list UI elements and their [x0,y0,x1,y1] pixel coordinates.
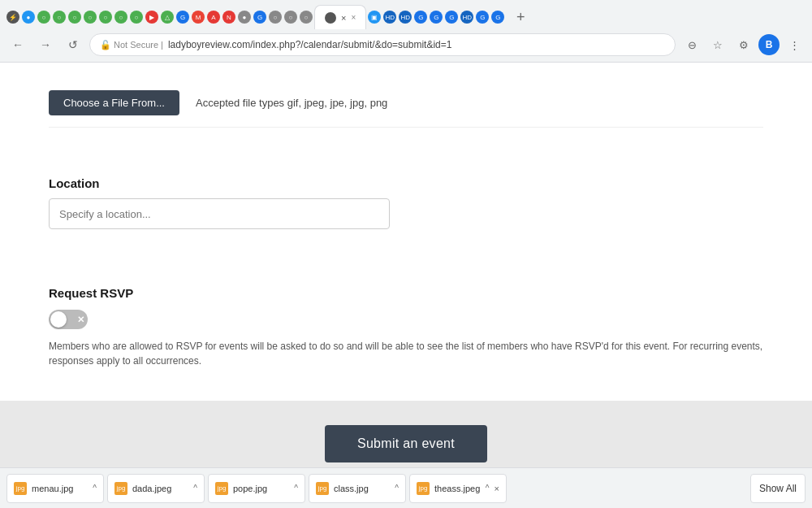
forward-button[interactable]: → [34,33,57,56]
download-file-icon-0: jpg [14,482,27,495]
back-button[interactable]: ← [6,33,29,56]
location-input[interactable] [49,198,390,229]
tab-favicon-10[interactable]: △ [161,11,174,24]
active-tab-label: × [341,13,346,23]
tab-close-icon[interactable]: × [351,13,356,22]
download-file-icon-2: jpg [215,482,228,495]
download-chevron-1: ^ [193,484,197,493]
tab-favicon-9[interactable]: ○ [130,11,143,24]
rsvp-label: Request RSVP [49,286,763,300]
url-display: ladyboyreview.com/index.php?/calendar/su… [168,39,452,50]
rsvp-toggle-container: ✕ [49,310,763,329]
download-chevron-4: ^ [486,484,490,493]
tab-favicon-g4[interactable]: G [430,11,443,24]
location-section: Location [24,144,788,254]
rsvp-section: Request RSVP ✕ Members who are allowed t… [24,254,788,401]
tab-favicon-14[interactable]: ○ [300,11,313,24]
tab-favicon-1[interactable]: ⚡ [6,11,19,24]
bookmark-button[interactable]: ☆ [706,33,729,56]
download-file-icon-1: jpg [114,482,127,495]
file-upload-area: Choose a File From... Accepted file type… [49,79,763,128]
tab-favicon-2[interactable]: ● [22,11,35,24]
rsvp-toggle[interactable]: ✕ [49,310,88,329]
tab-favicon-hd1[interactable]: HD [383,11,396,24]
file-upload-section: Choose a File From... Accepted file type… [24,63,788,144]
tab-favicon-7[interactable]: ○ [99,11,112,24]
tab-favicon-g1[interactable]: G [176,11,189,24]
tab-favicon-15[interactable]: ▣ [368,11,381,24]
tab-favicon-3[interactable]: ○ [37,11,50,24]
more-favicons: ▣ HD HD G G G HD G G [368,11,504,24]
submit-section: Submit an event [0,401,812,467]
tab-bar: ⚡ ● ○ ○ ○ ○ ○ ○ ○ ▶ △ G M A N ● G ○ ○ ○ … [0,0,812,29]
tab-favicon-n[interactable]: N [222,11,235,24]
profile-button[interactable]: B [758,34,780,55]
download-bar: jpg menau.jpg ^ jpg dada.jpeg ^ jpg pope… [0,467,812,508]
tab-favicons: ⚡ ● ○ ○ ○ ○ ○ ○ ○ ▶ △ G M A N ● G ○ ○ ○ [6,11,313,24]
tab-favicon-g7[interactable]: G [491,11,504,24]
menu-button[interactable]: ⋮ [783,33,806,56]
address-input[interactable]: 🔓 Not Secure | ladyboyreview.com/index.p… [89,33,676,56]
tab-favicon-12[interactable]: ○ [269,11,282,24]
show-all-button[interactable]: Show All [750,474,806,503]
download-filename-3: class.jpg [334,484,390,493]
tab-favicon-11[interactable]: ● [238,11,251,24]
browser-chrome: ⚡ ● ○ ○ ○ ○ ○ ○ ○ ▶ △ G M A N ● G ○ ○ ○ … [0,0,812,63]
location-label: Location [49,176,763,190]
extensions-button[interactable]: ⚙ [732,33,755,56]
download-filename-2: pope.jpg [233,484,289,493]
download-item-3[interactable]: jpg class.jpg ^ [309,474,406,503]
address-bar-row: ← → ↺ 🔓 Not Secure | ladyboyreview.com/i… [0,29,812,62]
tab-favicon-6[interactable]: ○ [84,11,97,24]
toggle-x-icon: ✕ [77,315,84,324]
download-chevron-0: ^ [93,484,97,493]
tab-favicon-g5[interactable]: G [445,11,458,24]
new-tab-button[interactable]: + [509,6,532,28]
tab-favicon-g3[interactable]: G [414,11,427,24]
download-item-4[interactable]: jpg theass.jpeg ^ × [409,474,507,503]
toggle-thumb [50,311,67,328]
tab-favicon-8[interactable]: ○ [114,11,127,24]
download-item-0[interactable]: jpg menau.jpg ^ [6,474,104,503]
download-chevron-2: ^ [294,484,298,493]
tab-favicon-gm[interactable]: M [192,11,205,24]
not-secure-label: Not Secure [114,40,158,50]
download-filename-4: theass.jpeg [434,484,481,493]
download-file-icon-4: jpg [417,482,430,495]
tab-favicon-13[interactable]: ○ [284,11,297,24]
insecure-badge: 🔓 Not Secure | [100,40,163,50]
download-filename-1: dada.jpeg [132,484,188,493]
page-content: Choose a File From... Accepted file type… [0,63,812,467]
submit-event-button[interactable]: Submit an event [325,425,487,462]
rsvp-description: Members who are allowed to RSVP for even… [49,339,763,368]
reload-button[interactable]: ↺ [62,33,84,56]
choose-file-button[interactable]: Choose a File From... [49,90,179,115]
tab-favicon-hd2[interactable]: HD [399,11,412,24]
download-filename-0: menau.jpg [32,484,88,493]
lock-icon: 🔓 [100,40,111,50]
accepted-label: Accepted file types [196,97,284,109]
tab-favicon-a[interactable]: A [207,11,220,24]
zoom-button[interactable]: ⊖ [680,33,703,56]
tab-favicon-4[interactable]: ○ [53,11,66,24]
browser-actions: ⊖ ☆ ⚙ B ⋮ [680,33,806,56]
tab-favicon-g2[interactable]: G [253,11,266,24]
tab-favicon-5[interactable]: ○ [68,11,81,24]
download-item-2[interactable]: jpg pope.jpg ^ [208,474,305,503]
download-item-1[interactable]: jpg dada.jpeg ^ [107,474,205,503]
accepted-types-text: Accepted file types gif, jpeg, jpe, jpg,… [196,97,387,109]
active-tab[interactable]: × × [314,5,366,29]
tab-favicon-hd3[interactable]: HD [460,11,473,24]
tab-favicon-yt[interactable]: ▶ [145,11,158,24]
active-tab-favicon [325,12,336,24]
download-file-icon-3: jpg [316,482,329,495]
download-chevron-3: ^ [395,484,399,493]
accepted-types-value: gif, jpeg, jpe, jpg, png [287,97,388,109]
download-close-icon-4[interactable]: × [495,484,499,493]
tab-favicon-g6[interactable]: G [476,11,489,24]
separator: | [161,40,163,50]
